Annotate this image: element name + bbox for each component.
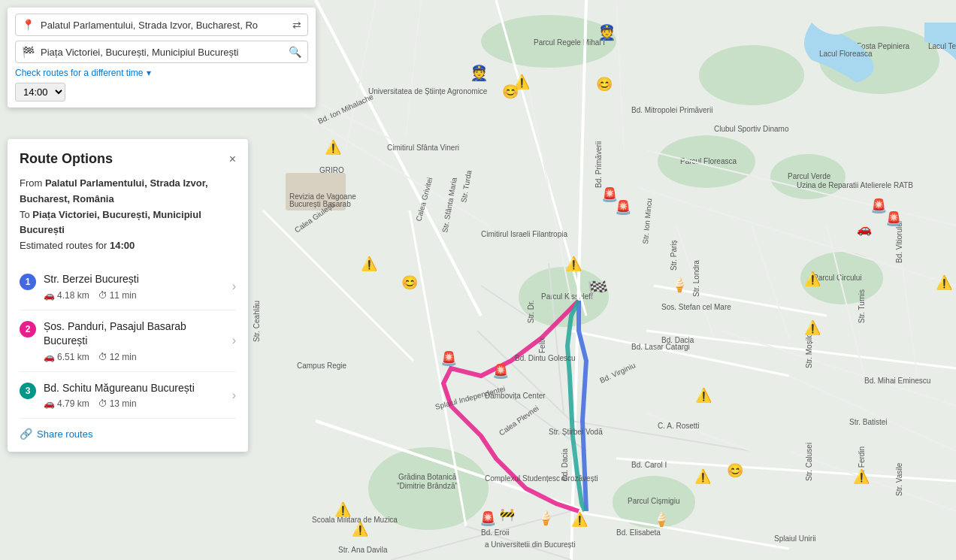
svg-text:🍦: 🍦 [671,277,688,293]
svg-text:Lacul Tel: Lacul Tel [928,42,956,50]
svg-text:Uzina de Reparatii Atelierele : Uzina de Reparatii Atelierele RATB [797,181,913,189]
destination-input[interactable] [41,47,289,58]
time-icon-2: ⏱ [98,352,107,362]
svg-text:😊: 😊 [727,462,744,479]
svg-text:Universitatea de Științe Agron: Universitatea de Științe Agronomice [368,87,488,95]
route-details-2: Șos. Panduri, Pasajul Basarab București … [44,319,228,362]
svg-text:⚠️: ⚠️ [694,468,712,485]
svg-text:Parcul Kisseleff: Parcul Kisseleff [541,292,593,301]
route-item-1[interactable]: 1 Str. Berzei București 🚗 4.18 km ⏱ 11 m… [20,263,236,310]
svg-text:⚠️: ⚠️ [565,256,582,272]
svg-text:Grădina Botanică: Grădina Botanică [398,473,457,481]
distance-icon-3: 🚗 [44,398,55,409]
svg-text:Str. Știrbei Vodă: Str. Știrbei Vodă [549,428,603,436]
svg-text:Splaiul Unirii: Splaiul Unirii [774,534,816,543]
svg-text:🍦: 🍦 [653,511,670,528]
svg-text:C. A. Rosetti: C. A. Rosetti [658,422,700,430]
route-options-header: Route Options × [20,151,236,167]
share-icon: 🔗 [20,428,32,440]
svg-text:Cimitirul Sfânta Vineri: Cimitirul Sfânta Vineri [387,144,459,152]
svg-text:Str. Vasile: Str. Vasile [895,462,903,496]
route-number-2: 2 [20,321,36,338]
svg-text:🚨: 🚨 [885,210,903,227]
svg-text:🚨: 🚨 [615,199,632,216]
svg-text:😊: 😊 [401,274,419,291]
svg-point-3 [699,45,804,105]
svg-text:⚠️: ⚠️ [334,501,352,518]
route-item-3[interactable]: 3 Bd. Schitu Măgureanu București 🚗 4.79 … [20,372,236,419]
svg-text:Lacul Floreasca: Lacul Floreasca [819,50,873,58]
svg-text:Str. Ana Davila: Str. Ana Davila [338,546,388,554]
close-button[interactable]: × [229,153,236,166]
route-duration-1: ⏱ 11 min [98,290,137,301]
chevron-right-icon-2: › [232,334,236,347]
chevron-right-icon-1: › [232,280,236,293]
share-routes-label: Share routes [37,428,92,440]
svg-text:Bd. Elisabeta: Bd. Elisabeta [616,528,661,537]
svg-text:🏁: 🏁 [588,280,609,300]
route-details-3: Bd. Schitu Măgureanu București 🚗 4.79 km… [44,381,228,410]
svg-text:Str. Ceahlău: Str. Ceahlău [253,301,261,342]
svg-text:Cimitirul Israeli Filantropia: Cimitirul Israeli Filantropia [481,230,567,238]
svg-text:Str. Calusei: Str. Calusei [805,443,813,481]
destination-icon: 🏁 [22,46,35,58]
route-duration-3: ⏱ 13 min [98,398,137,409]
svg-text:Parcul Cișmigiu: Parcul Cișmigiu [628,497,679,505]
svg-text:⚠️: ⚠️ [695,387,712,404]
estimated-time: 14:00 [110,240,135,251]
svg-text:😊: 😊 [502,83,519,100]
route-number-3: 3 [20,383,36,399]
svg-text:Str. Pariș: Str. Pariș [670,240,678,271]
route-meta-1: 🚗 4.18 km ⏱ 11 min [44,290,228,301]
origin-input[interactable] [41,20,292,31]
svg-text:Parcul Verde: Parcul Verde [788,172,831,180]
time-selector[interactable]: 12:0013:0014:0015:0016:0017:0018:00 [15,83,308,101]
route-item-2[interactable]: 2 Șos. Panduri, Pasajul Basarab Bucureșt… [20,310,236,372]
svg-text:Sos. Stefan cel Mare: Sos. Stefan cel Mare [661,303,731,311]
svg-text:Complexul Studențesc Grozăveșt: Complexul Studențesc Grozăvești [485,474,598,483]
svg-text:Dâmbovița Center: Dâmbovița Center [485,392,546,400]
destination-input-row[interactable]: 🏁 🔍 [15,41,308,63]
svg-text:Clubul Sportiv Dinamo: Clubul Sportiv Dinamo [714,125,789,133]
share-routes-link[interactable]: 🔗 Share routes [20,419,236,440]
swap-icon[interactable]: ⇄ [292,19,301,31]
svg-text:Str. Moșilor: Str. Moșilor [805,330,813,368]
svg-text:👮: 👮 [598,23,616,41]
time-icon-3: ⏱ [98,398,107,409]
svg-text:⚠️: ⚠️ [804,271,821,287]
time-icon-1: ⏱ [98,290,107,301]
from-value: Palatul Parlamentului, Strada Izvor, Buc… [20,177,208,204]
route-meta-3: 🚗 4.79 km ⏱ 13 min [44,398,228,409]
svg-text:🍦: 🍦 [537,510,555,526]
distance-icon-2: 🚗 [44,352,55,362]
svg-text:Bd. Dacia: Bd. Dacia [561,448,569,481]
chevron-down-icon: ▾ [147,68,151,78]
svg-text:👮: 👮 [470,64,489,82]
svg-text:⚠️: ⚠️ [804,319,821,336]
svg-text:⚠️: ⚠️ [853,468,870,485]
svg-text:🚨: 🚨 [492,363,510,380]
svg-text:Bd. Eroii: Bd. Eroii [481,528,510,537]
origin-input-row[interactable]: 📍 ⇄ [15,14,308,36]
route-details-1: Str. Berzei București 🚗 4.18 km ⏱ 11 min [44,272,228,301]
svg-text:🚨: 🚨 [440,350,458,367]
origin-icon: 📍 [22,19,35,31]
estimated-label: Estimated routes for [20,240,107,251]
time-select-input[interactable]: 12:0013:0014:0015:0016:0017:0018:00 [15,83,65,101]
svg-text:Bd. Dintu Golescu: Bd. Dintu Golescu [515,354,576,362]
route-options-panel: Route Options × From Palatul Parlamentul… [8,139,248,452]
route-distance-2: 🚗 6.51 km [44,352,89,362]
svg-text:Str. Londra: Str. Londra [692,260,700,297]
search-trigger-icon[interactable]: 🔍 [289,46,301,58]
check-routes-label: Check routes for a different time [15,68,144,78]
svg-text:Bd. Carol I: Bd. Carol I [631,461,667,469]
route-distance-1: 🚗 4.18 km [44,290,89,301]
check-routes-link[interactable]: Check routes for a different time ▾ [15,68,151,78]
svg-text:😊: 😊 [596,76,613,92]
chevron-right-icon-3: › [232,389,236,402]
route-number-1: 1 [20,274,36,290]
to-label: To [20,209,32,220]
to-value: Piața Victoriei, București, Municipiul B… [20,209,201,236]
svg-text:Bd. Mitropolei Primăverii: Bd. Mitropolei Primăverii [631,106,712,114]
route-distance-3: 🚗 4.79 km [44,398,89,409]
